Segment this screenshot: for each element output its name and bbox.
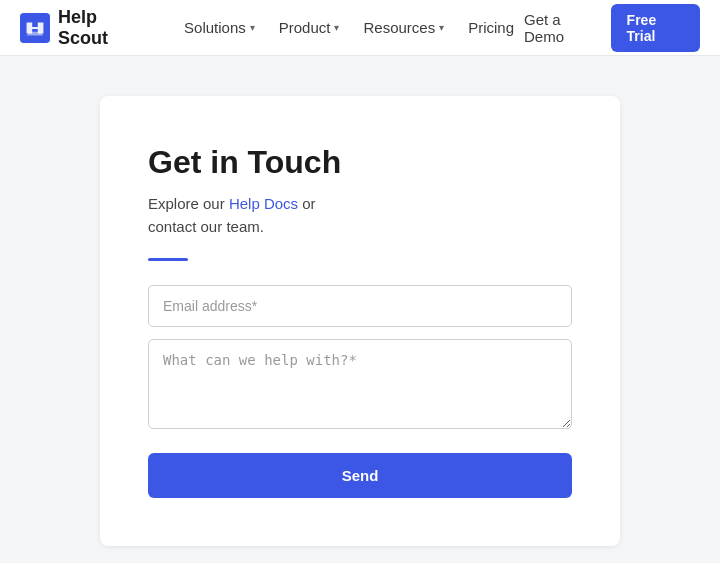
help-docs-link[interactable]: Help Docs	[229, 195, 298, 212]
page-content: Get in Touch Explore our Help Docs orcon…	[0, 56, 720, 563]
message-form-group	[148, 339, 572, 433]
send-button[interactable]: Send	[148, 453, 572, 498]
subtitle-prefix: Explore our	[148, 195, 229, 212]
nav-pricing[interactable]: Pricing	[458, 13, 524, 42]
chevron-down-icon: ▾	[334, 22, 339, 33]
card-divider	[148, 258, 188, 261]
card-title: Get in Touch	[148, 144, 572, 181]
chevron-down-icon: ▾	[250, 22, 255, 33]
helpscout-logo-icon	[20, 12, 50, 44]
nav-right: Get a Demo Free Trial	[524, 4, 700, 52]
navbar: Help Scout Solutions ▾ Product ▾ Resourc…	[0, 0, 720, 56]
get-demo-link[interactable]: Get a Demo	[524, 11, 599, 45]
logo-text: Help Scout	[58, 7, 146, 49]
contact-card: Get in Touch Explore our Help Docs orcon…	[100, 96, 620, 546]
nav-links: Solutions ▾ Product ▾ Resources ▾ Pricin…	[174, 13, 524, 42]
card-subtitle: Explore our Help Docs orcontact our team…	[148, 193, 572, 238]
email-form-group	[148, 285, 572, 327]
logo-link[interactable]: Help Scout	[20, 7, 146, 49]
nav-product[interactable]: Product ▾	[269, 13, 350, 42]
message-textarea[interactable]	[148, 339, 572, 429]
nav-solutions[interactable]: Solutions ▾	[174, 13, 265, 42]
nav-resources[interactable]: Resources ▾	[353, 13, 454, 42]
chevron-down-icon: ▾	[439, 22, 444, 33]
free-trial-button[interactable]: Free Trial	[611, 4, 700, 52]
email-input[interactable]	[148, 285, 572, 327]
